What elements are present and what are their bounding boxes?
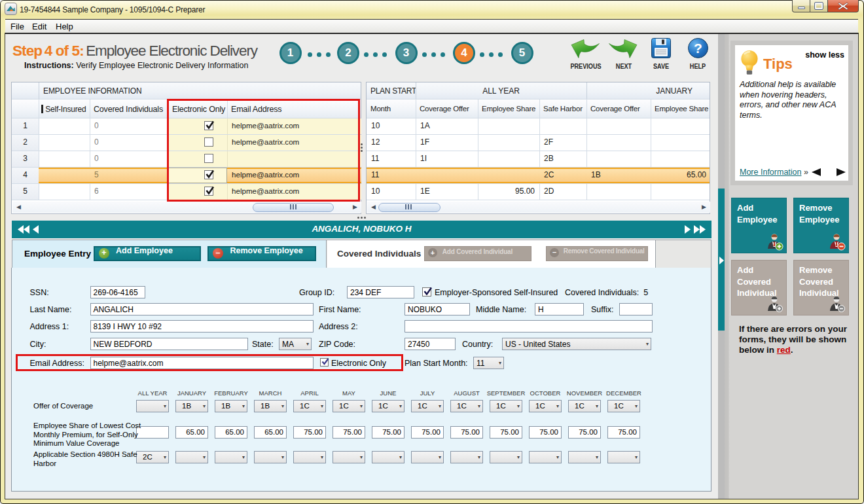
svg-text:?: ?	[694, 41, 702, 56]
